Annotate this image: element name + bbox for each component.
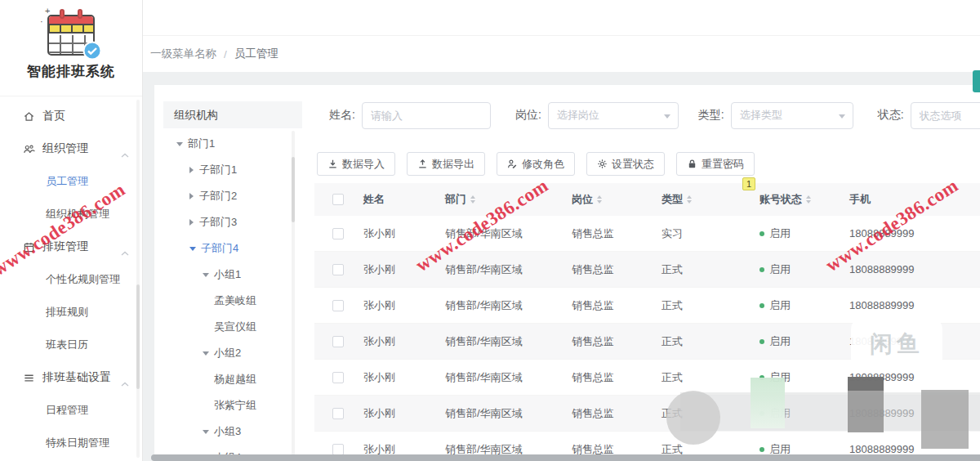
tree-node-label: 子部门4: [201, 241, 238, 256]
table-row: 张小刚销售部/华南区域销售总监实习启用18088889999: [314, 216, 980, 252]
tree-node[interactable]: 小组3: [163, 418, 302, 445]
filter-label: 岗位:: [515, 108, 541, 123]
toolbar-button[interactable]: 数据导入: [317, 152, 395, 176]
name-cell: 张小刚: [363, 370, 445, 385]
tree-node[interactable]: 小组1: [163, 262, 302, 288]
breadcrumb-level1[interactable]: 一级菜单名称: [150, 47, 216, 61]
app-title: 智能排班系统: [0, 62, 142, 81]
sidebar-subitem[interactable]: 班表日历: [0, 329, 142, 361]
tree-node[interactable]: 子部门2: [163, 183, 302, 209]
toolbar-button-label: 数据导出: [432, 157, 474, 172]
status-dot-icon: [760, 303, 764, 308]
toolbar-button[interactable]: 设置状态: [586, 152, 665, 176]
status-cell: 启用: [760, 334, 849, 349]
column-label: 姓名: [363, 192, 385, 207]
tree-node[interactable]: 杨超越组: [163, 366, 302, 392]
blur-artifact: [848, 377, 884, 391]
table-header-cell[interactable]: 岗位: [572, 192, 662, 207]
caret-down-icon[interactable]: [203, 430, 209, 434]
sidebar-item-label: 首页: [42, 109, 65, 123]
chevron-down-icon: [839, 114, 845, 119]
dept-cell: 销售部/华南区域: [445, 262, 572, 277]
toolbar-button[interactable]: 修改角色: [497, 152, 575, 176]
filter-label: 状态:: [878, 108, 904, 123]
caret-right-icon[interactable]: [189, 167, 194, 173]
sidebar-subitem-label: 员工管理: [46, 174, 88, 189]
sidebar-item[interactable]: 组织管理: [0, 132, 142, 165]
tree-scrollbar-thumb[interactable]: [292, 157, 295, 222]
caret-down-icon[interactable]: [189, 247, 196, 251]
sidebar-subitem[interactable]: 特殊日期管理: [0, 427, 142, 459]
table-header-cell: 手机: [849, 192, 871, 207]
toolbar-button-label: 数据导入: [342, 157, 385, 172]
check-icon: [82, 41, 102, 60]
toolbar-button[interactable]: 重置密码: [676, 152, 755, 176]
list-icon: [23, 372, 35, 384]
sidebar-subitem[interactable]: 个性化规则管理: [0, 263, 142, 296]
caret-down-icon[interactable]: [176, 142, 183, 146]
sort-icon[interactable]: [687, 195, 692, 204]
filter-select[interactable]: 选择类型: [731, 102, 853, 129]
table-cell: [314, 408, 363, 419]
tree-node[interactable]: 张紫宁组: [163, 392, 302, 418]
type-cell: 正式: [662, 334, 760, 349]
status-cell: 启用: [760, 298, 849, 313]
tree-node[interactable]: 小组2: [163, 340, 302, 366]
row-checkbox[interactable]: [332, 336, 344, 347]
side-float-tab[interactable]: [973, 70, 980, 92]
caret-right-icon[interactable]: [189, 193, 194, 199]
table-cell: [314, 300, 363, 311]
row-checkbox[interactable]: [332, 264, 344, 275]
table-header-cell[interactable]: 部门: [445, 192, 572, 207]
toolbar-button-label: 设置状态: [612, 157, 654, 172]
select-all-checkbox[interactable]: [332, 194, 344, 205]
tree-node[interactable]: 子部门1: [163, 157, 302, 183]
users-icon: [23, 143, 35, 155]
tree-node[interactable]: 部门1: [163, 131, 302, 157]
tree-node[interactable]: 吴宣仪组: [163, 314, 302, 340]
tree-node[interactable]: 子部门3: [163, 209, 302, 235]
status-label: 启用: [769, 262, 791, 277]
filter-input[interactable]: [362, 102, 491, 129]
chevron-down-icon: [664, 114, 670, 119]
caret-right-icon[interactable]: [189, 219, 194, 226]
caret-down-icon[interactable]: [203, 273, 209, 277]
column-label: 手机: [849, 192, 871, 207]
sidebar: + · 智能排班系统 首页组织管理员工管理组织机构管理排班管理个性化规则管理排班…: [0, 0, 143, 461]
sidebar-subitem[interactable]: 员工管理: [0, 165, 142, 198]
org-tree-panel: 组织机构 部门1子部门1子部门2子部门3子部门4小组1孟美岐组吴宣仪组小组2杨超…: [163, 101, 302, 461]
sidebar-item[interactable]: 首页: [0, 100, 142, 132]
tree-node-label: 部门1: [188, 137, 215, 151]
type-cell: 正式: [662, 298, 760, 313]
sort-icon[interactable]: [597, 195, 602, 204]
name-cell: 张小刚: [363, 334, 445, 349]
caret-down-icon[interactable]: [203, 351, 209, 356]
table-header-cell[interactable]: 账号状态: [760, 192, 849, 207]
sidebar-subitem-label: 班表日历: [46, 338, 88, 352]
sidebar-subitem[interactable]: 组织机构管理: [0, 198, 142, 230]
filter-select[interactable]: 选择岗位: [548, 102, 679, 129]
chevron-up-icon: [121, 147, 129, 160]
toolbar-button[interactable]: 数据导出: [407, 152, 485, 176]
row-checkbox[interactable]: [332, 300, 344, 311]
sidebar-scrollbar-thumb[interactable]: [136, 284, 140, 389]
horizontal-scrollbar[interactable]: [151, 454, 980, 461]
sidebar-subitem-label: 特殊日期管理: [46, 436, 109, 450]
sidebar-subitem[interactable]: 排班规则: [0, 296, 142, 329]
table-cell: [314, 444, 363, 455]
tree-node[interactable]: 子部门4: [163, 235, 302, 262]
row-checkbox[interactable]: [332, 228, 344, 239]
sidebar-item[interactable]: 排班基础设置: [0, 361, 142, 394]
row-checkbox[interactable]: [332, 408, 344, 419]
sort-icon[interactable]: [806, 195, 811, 204]
tree-node[interactable]: 孟美岐组: [163, 288, 302, 314]
sort-icon[interactable]: [470, 195, 475, 204]
row-checkbox[interactable]: [332, 372, 344, 383]
sidebar-item[interactable]: 排班管理: [0, 230, 142, 263]
filter-input[interactable]: [911, 102, 980, 129]
table-header-cell[interactable]: 类型: [662, 192, 760, 207]
row-checkbox[interactable]: [332, 444, 344, 455]
post-cell: 销售总监: [572, 334, 662, 349]
gear-icon: [597, 159, 608, 169]
sidebar-subitem[interactable]: 日程管理: [0, 394, 142, 427]
